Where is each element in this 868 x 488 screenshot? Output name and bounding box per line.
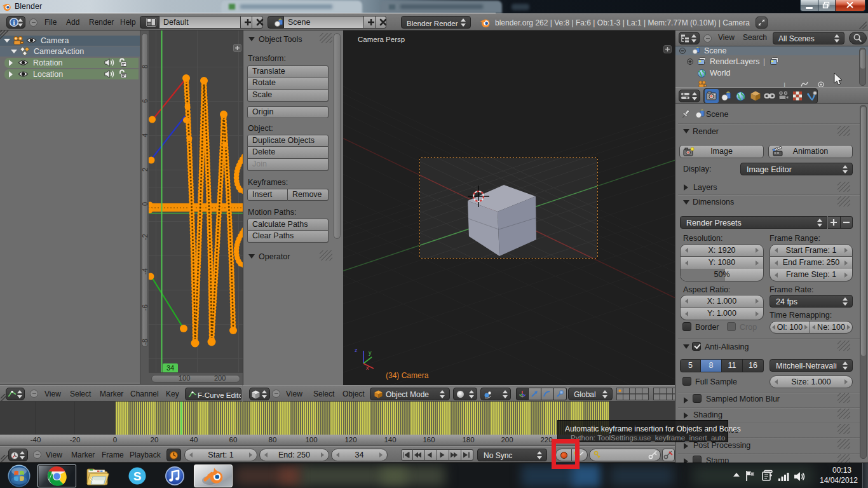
svg-text:y: y <box>369 349 372 356</box>
svg-text:i: i <box>13 19 15 26</box>
svg-text:S: S <box>133 470 142 483</box>
svg-text:x: x <box>366 365 369 371</box>
svg-text:z: z <box>355 347 358 353</box>
